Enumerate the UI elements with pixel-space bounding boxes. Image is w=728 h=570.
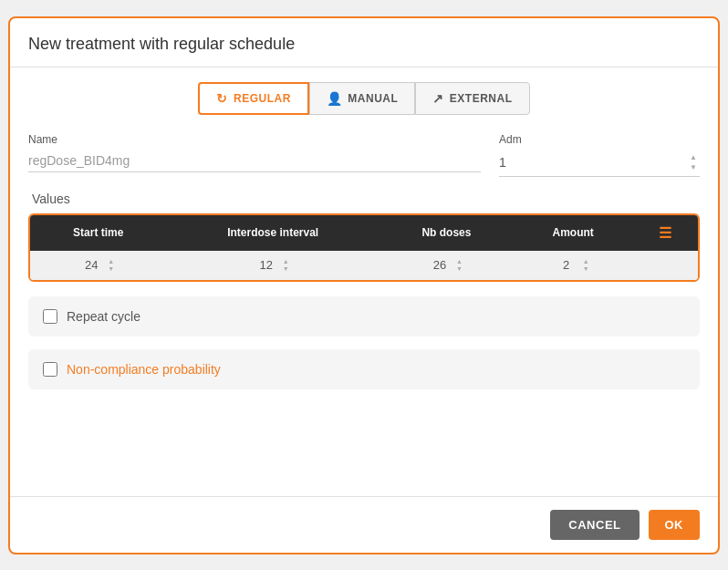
dialog-body: ↻ REGULAR 👤 MANUAL ↗ EXTERNAL Name Adm (10, 67, 718, 496)
col-actions[interactable]: ☰ (632, 215, 698, 251)
values-label: Values (28, 192, 700, 206)
nb-doses-spinners: ▲ ▼ (454, 258, 464, 274)
table-row: 24 ▲ ▼ 12 (30, 251, 698, 281)
adm-down-btn[interactable]: ▼ (687, 163, 700, 172)
cell-nb-doses: 26 ▲ ▼ (380, 251, 514, 281)
amount-value: 2 (556, 258, 577, 272)
start-time-spinners: ▲ ▼ (106, 258, 116, 274)
nb-doses-value: 26 (429, 258, 451, 272)
non-compliance-label: Non-compliance probability (67, 362, 221, 377)
col-start-time: Start time (30, 215, 166, 251)
cell-amount: 2 ▲ ▼ (514, 251, 633, 281)
dialog-title: New treatment with regular schedule (28, 35, 700, 54)
repeat-cycle-label: Repeat cycle (67, 309, 140, 324)
form-row: Name Adm ▲ ▼ (28, 133, 700, 177)
cell-start-time: 24 ▲ ▼ (30, 251, 166, 281)
repeat-cycle-checkbox[interactable] (43, 309, 57, 324)
tab-external-label: EXTERNAL (450, 92, 513, 105)
dialog-footer: CANCEL OK (10, 496, 718, 553)
name-group: Name (28, 133, 481, 172)
external-icon: ↗ (432, 91, 444, 106)
adm-spinners: ▲ ▼ (687, 153, 700, 172)
cell-interdose: 12 ▲ ▼ (166, 251, 380, 281)
adm-group: Adm ▲ ▼ (499, 133, 700, 177)
dialog-header: New treatment with regular schedule (10, 18, 718, 67)
interdose-down[interactable]: ▼ (281, 265, 291, 273)
cancel-button[interactable]: CANCEL (550, 510, 639, 540)
adm-input[interactable] (499, 155, 687, 170)
nb-doses-down[interactable]: ▼ (454, 265, 464, 273)
values-section: Values Start time Interdose interval Nb … (28, 192, 700, 283)
cell-row-action[interactable] (632, 251, 698, 281)
tab-regular-label: REGULAR (234, 92, 291, 105)
amount-spinners: ▲ ▼ (581, 258, 591, 274)
col-amount: Amount (514, 215, 633, 251)
amount-up[interactable]: ▲ (581, 258, 591, 265)
dialog: New treatment with regular schedule ↻ RE… (8, 16, 720, 554)
tab-manual[interactable]: 👤 MANUAL (309, 82, 416, 115)
tab-regular[interactable]: ↻ REGULAR (198, 82, 308, 115)
tab-manual-label: MANUAL (348, 92, 398, 105)
non-compliance-checkbox[interactable] (43, 362, 57, 377)
manual-icon: 👤 (327, 91, 343, 106)
interdose-value: 12 (255, 258, 277, 272)
start-time-up[interactable]: ▲ (106, 258, 116, 265)
ok-button[interactable]: OK (649, 510, 701, 540)
interdose-spinners: ▲ ▼ (281, 258, 291, 274)
adm-input-wrapper: ▲ ▼ (499, 150, 700, 177)
tab-external[interactable]: ↗ EXTERNAL (415, 82, 529, 115)
adm-label: Adm (499, 133, 700, 146)
regular-icon: ↻ (216, 91, 228, 106)
name-input[interactable] (28, 150, 481, 172)
non-compliance-row: Non-compliance probability (28, 349, 700, 389)
values-table: Start time Interdose interval Nb doses A… (30, 215, 698, 281)
rows-icon: ☰ (659, 225, 671, 241)
interdose-up[interactable]: ▲ (281, 258, 291, 265)
col-nb-doses: Nb doses (380, 215, 514, 251)
amount-down[interactable]: ▼ (581, 265, 591, 273)
col-interdose: Interdose interval (166, 215, 380, 251)
repeat-cycle-row: Repeat cycle (28, 296, 700, 337)
start-time-value: 24 (80, 258, 102, 272)
start-time-down[interactable]: ▼ (106, 265, 116, 273)
table-header-row: Start time Interdose interval Nb doses A… (30, 215, 698, 251)
tabs-row: ↻ REGULAR 👤 MANUAL ↗ EXTERNAL (28, 82, 700, 115)
values-table-wrapper: Start time Interdose interval Nb doses A… (28, 213, 700, 283)
name-label: Name (28, 133, 481, 146)
adm-up-btn[interactable]: ▲ (687, 153, 700, 162)
nb-doses-up[interactable]: ▲ (454, 258, 464, 265)
